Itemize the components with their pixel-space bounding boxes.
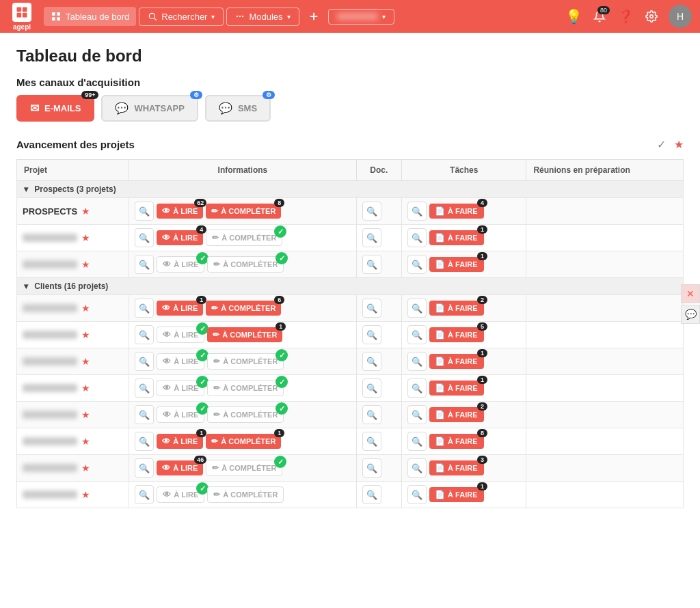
group-collapse-icon[interactable]: ▾ bbox=[24, 281, 28, 291]
complete-button-inactive[interactable]: ✏ À COMPLÉTER bbox=[207, 486, 284, 503]
doc-search-button[interactable]: 🔍 bbox=[362, 432, 381, 451]
read-button-inactive[interactable]: 👁 À LIRE ✓ bbox=[157, 327, 204, 343]
doc-search-button[interactable]: 🔍 bbox=[362, 405, 381, 424]
read-button-inactive[interactable]: 👁 À LIRE ✓ bbox=[157, 486, 204, 503]
task-button[interactable]: 📄 À FAIRE 8 bbox=[429, 434, 484, 449]
project-star-icon[interactable]: ★ bbox=[81, 259, 90, 270]
task-button[interactable]: 📄 À FAIRE 1 bbox=[429, 230, 484, 245]
complete-button-inactive[interactable]: ✏ À COMPLÉTER ✓ bbox=[206, 460, 282, 476]
doc-search-button[interactable]: 🔍 bbox=[362, 299, 381, 318]
info-search-button[interactable]: 🔍 bbox=[135, 458, 154, 478]
task-search-button[interactable]: 🔍 bbox=[407, 378, 427, 398]
file-icon: 📄 bbox=[435, 233, 445, 243]
complete-button-inactive[interactable]: ✏ À COMPLÉTER ✓ bbox=[206, 230, 282, 246]
nav-avatar[interactable]: H bbox=[669, 5, 692, 28]
side-close-button[interactable]: ✕ bbox=[681, 284, 700, 303]
complete-button-inactive[interactable]: ✏ À COMPLÉTER ✓ bbox=[207, 353, 284, 370]
info-search-button[interactable]: 🔍 bbox=[135, 202, 154, 221]
nav-user-menu[interactable]: ▾ bbox=[328, 9, 394, 25]
doc-search-button[interactable]: 🔍 bbox=[362, 352, 381, 371]
doc-search-button[interactable]: 🔍 bbox=[362, 485, 381, 504]
checkmark-icon[interactable]: ✓ bbox=[657, 138, 666, 151]
project-star-icon[interactable]: ★ bbox=[81, 356, 90, 367]
read-button[interactable]: 👁 À LIRE 62 bbox=[157, 204, 203, 219]
info-search-button[interactable]: 🔍 bbox=[135, 255, 154, 274]
project-star-icon[interactable]: ★ bbox=[81, 206, 90, 217]
doc-search-button[interactable]: 🔍 bbox=[362, 378, 381, 398]
read-button-inactive[interactable]: 👁 À LIRE ✓ bbox=[157, 406, 204, 423]
project-star-icon[interactable]: ★ bbox=[81, 232, 90, 243]
task-button[interactable]: 📄 À FAIRE 2 bbox=[429, 301, 484, 316]
star-filter-icon[interactable]: ★ bbox=[674, 138, 684, 151]
task-button[interactable]: 📄 À FAIRE 4 bbox=[429, 204, 484, 219]
read-button[interactable]: 👁 À LIRE 1 bbox=[157, 301, 203, 316]
group-row: ▾ Prospects (3 projets) bbox=[17, 181, 684, 198]
nav-modules[interactable]: Modules ▾ bbox=[226, 8, 299, 26]
task-search-button[interactable]: 🔍 bbox=[407, 352, 427, 371]
task-search-button[interactable]: 🔍 bbox=[407, 299, 427, 318]
task-search-button[interactable]: 🔍 bbox=[407, 202, 427, 221]
read-button[interactable]: 👁 À LIRE 46 bbox=[157, 460, 203, 475]
info-search-button[interactable]: 🔍 bbox=[135, 299, 154, 318]
project-star-icon[interactable]: ★ bbox=[81, 303, 90, 314]
complete-button-inactive[interactable]: ✏ À COMPLÉTER ✓ bbox=[207, 380, 284, 396]
task-search-button[interactable]: 🔍 bbox=[407, 228, 427, 247]
read-button-inactive[interactable]: 👁 À LIRE ✓ bbox=[157, 380, 204, 396]
task-badge: 5 bbox=[477, 322, 487, 331]
channel-whatsapp[interactable]: 💬 WHATSAPP ⚙ bbox=[101, 95, 198, 122]
nav-search[interactable]: Rechercher ▾ bbox=[139, 8, 224, 26]
info-search-button[interactable]: 🔍 bbox=[135, 485, 154, 504]
project-star-icon[interactable]: ★ bbox=[81, 489, 90, 500]
info-search-button[interactable]: 🔍 bbox=[135, 378, 154, 398]
complete-button[interactable]: ✏ À COMPLÉTER 8 bbox=[206, 204, 281, 219]
info-search-button[interactable]: 🔍 bbox=[135, 405, 154, 424]
project-star-icon[interactable]: ★ bbox=[81, 436, 90, 447]
channel-sms[interactable]: 💬 SMS ⚙ bbox=[205, 95, 271, 122]
info-search-button[interactable]: 🔍 bbox=[135, 432, 154, 451]
task-button[interactable]: 📄 À FAIRE 1 bbox=[429, 487, 484, 502]
task-button[interactable]: 📄 À FAIRE 1 bbox=[429, 257, 484, 272]
task-button[interactable]: 📄 À FAIRE 1 bbox=[429, 354, 484, 369]
nav-notifications-button[interactable]: 80 bbox=[588, 5, 611, 28]
task-button[interactable]: 📄 À FAIRE 3 bbox=[429, 460, 484, 475]
doc-search-button[interactable]: 🔍 bbox=[362, 458, 381, 478]
task-button[interactable]: 📄 À FAIRE 5 bbox=[429, 327, 484, 342]
task-button[interactable]: 📄 À FAIRE 2 bbox=[429, 407, 484, 422]
task-search-button[interactable]: 🔍 bbox=[407, 405, 427, 424]
doc-search-button[interactable]: 🔍 bbox=[362, 202, 381, 221]
project-star-icon[interactable]: ★ bbox=[81, 462, 90, 473]
task-button[interactable]: 📄 À FAIRE 1 bbox=[429, 381, 484, 396]
group-collapse-icon[interactable]: ▾ bbox=[24, 184, 28, 194]
app-logo[interactable]: agepi bbox=[8, 3, 36, 31]
project-star-icon[interactable]: ★ bbox=[81, 409, 90, 420]
nav-help-button[interactable]: ❓ bbox=[614, 5, 637, 28]
complete-button-inactive[interactable]: ✏ À COMPLÉTER ✓ bbox=[207, 256, 284, 273]
read-button-inactive[interactable]: 👁 À LIRE ✓ bbox=[157, 256, 204, 273]
nav-settings-button[interactable] bbox=[640, 5, 663, 28]
task-search-button[interactable]: 🔍 bbox=[407, 432, 427, 451]
task-search-button[interactable]: 🔍 bbox=[407, 325, 427, 344]
task-search-button[interactable]: 🔍 bbox=[407, 458, 427, 478]
complete-button[interactable]: ✏ À COMPLÉTER 6 bbox=[206, 301, 281, 316]
nav-dashboard[interactable]: Tableau de bord bbox=[44, 7, 136, 26]
complete-button[interactable]: ✏ À COMPLÉTER 1 bbox=[207, 327, 282, 342]
nav-bulb-button[interactable]: 💡 bbox=[562, 5, 585, 28]
complete-button-inactive[interactable]: ✏ À COMPLÉTER ✓ bbox=[207, 406, 284, 423]
side-chat-button[interactable]: 💬 bbox=[681, 305, 700, 324]
channel-email[interactable]: ✉ E-MAILS 99+ bbox=[16, 95, 94, 122]
complete-button[interactable]: ✏ À COMPLÉTER 1 bbox=[206, 434, 281, 449]
doc-search-button[interactable]: 🔍 bbox=[362, 325, 381, 344]
read-button-inactive[interactable]: 👁 À LIRE ✓ bbox=[157, 353, 204, 370]
project-star-icon[interactable]: ★ bbox=[81, 383, 90, 393]
info-search-button[interactable]: 🔍 bbox=[135, 352, 154, 371]
read-button[interactable]: 👁 À LIRE 1 bbox=[157, 434, 203, 449]
info-search-button[interactable]: 🔍 bbox=[135, 228, 154, 247]
info-search-button[interactable]: 🔍 bbox=[135, 325, 154, 344]
doc-search-button[interactable]: 🔍 bbox=[362, 228, 381, 247]
nav-add-button[interactable] bbox=[302, 5, 325, 28]
project-star-icon[interactable]: ★ bbox=[81, 329, 90, 340]
read-button[interactable]: 👁 À LIRE 4 bbox=[157, 230, 203, 245]
task-search-button[interactable]: 🔍 bbox=[407, 485, 427, 504]
doc-search-button[interactable]: 🔍 bbox=[362, 255, 381, 274]
task-search-button[interactable]: 🔍 bbox=[407, 255, 427, 274]
